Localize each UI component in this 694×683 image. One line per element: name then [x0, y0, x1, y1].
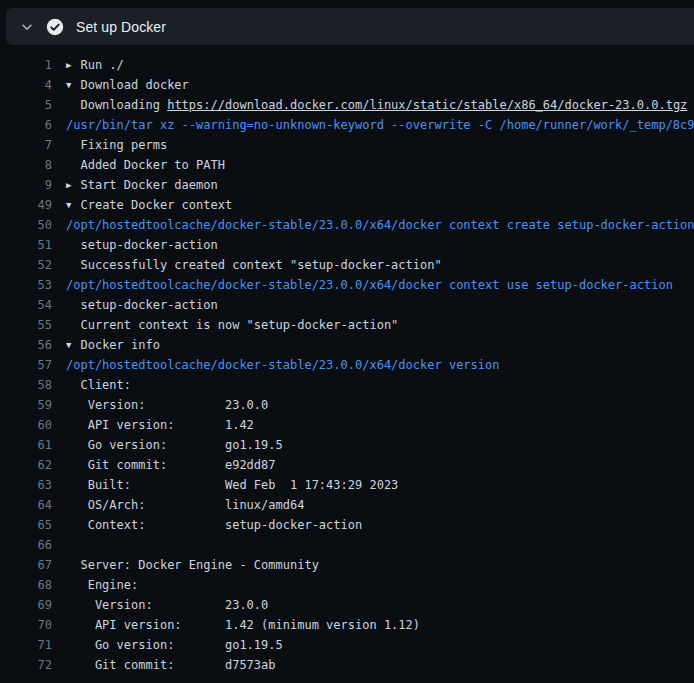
- line-number[interactable]: 67: [0, 555, 52, 575]
- line-text: Downloading: [66, 98, 167, 112]
- line-content: Git commit: d7573ab: [66, 655, 276, 675]
- log-line: 64 OS/Arch: linux/amd64: [0, 495, 694, 515]
- step-header[interactable]: Set up Docker: [6, 8, 694, 45]
- log-line: 52 Successfully created context "setup-d…: [0, 255, 694, 275]
- line-number[interactable]: 61: [0, 435, 52, 455]
- line-content: Version: 23.0.0: [66, 395, 268, 415]
- line-number[interactable]: 52: [0, 255, 52, 275]
- line-number[interactable]: 71: [0, 635, 52, 655]
- chevron-down-icon[interactable]: [18, 18, 36, 36]
- log-line: 57/opt/hostedtoolcache/docker-stable/23.…: [0, 355, 694, 375]
- line-number[interactable]: 65: [0, 515, 52, 535]
- line-content: ▼Create Docker context: [66, 195, 232, 215]
- group-title: Start Docker daemon: [80, 178, 217, 192]
- log-line: 59 Version: 23.0.0: [0, 395, 694, 415]
- line-content: /opt/hostedtoolcache/docker-stable/23.0.…: [66, 215, 694, 235]
- line-number[interactable]: 8: [0, 155, 52, 175]
- log-line: 68 Engine:: [0, 575, 694, 595]
- group-title: Run ./: [80, 58, 123, 72]
- line-content: Context: setup-docker-action: [66, 515, 362, 535]
- line-number[interactable]: 49: [0, 195, 52, 215]
- collapse-toggle-icon[interactable]: ▼: [66, 75, 80, 95]
- line-content: Current context is now "setup-docker-act…: [66, 315, 398, 335]
- line-number[interactable]: 5: [0, 95, 52, 115]
- line-content: Git commit: e92dd87: [66, 455, 276, 475]
- line-content: Client:: [66, 375, 131, 395]
- group-title: Create Docker context: [80, 198, 232, 212]
- log-link[interactable]: https://download.docker.com/linux/static…: [167, 98, 687, 112]
- line-content: OS/Arch: linux/amd64: [66, 495, 304, 515]
- success-check-icon: [46, 18, 64, 36]
- group-title: Download docker: [80, 78, 188, 92]
- log-line[interactable]: 56▼Docker info: [0, 335, 694, 355]
- log-line: 70 API version: 1.42 (minimum version 1.…: [0, 615, 694, 635]
- line-content: ▶Start Docker daemon: [66, 175, 218, 195]
- line-number[interactable]: 66: [0, 535, 52, 555]
- log-line: 60 API version: 1.42: [0, 415, 694, 435]
- line-content: /usr/bin/tar xz --warning=no-unknown-key…: [66, 115, 694, 135]
- log-line: 71 Go version: go1.19.5: [0, 635, 694, 655]
- line-content: setup-docker-action: [66, 295, 218, 315]
- step-title: Set up Docker: [76, 19, 166, 35]
- line-content: Version: 23.0.0: [66, 595, 268, 615]
- log-line: 8 Added Docker to PATH: [0, 155, 694, 175]
- line-content: API version: 1.42 (minimum version 1.12): [66, 615, 420, 635]
- log-lines: 1▶Run ./4▼Download docker5 Downloading h…: [0, 45, 694, 675]
- log-line: 7 Fixing perms: [0, 135, 694, 155]
- log-line: 50/opt/hostedtoolcache/docker-stable/23.…: [0, 215, 694, 235]
- line-content: Built: Wed Feb 1 17:43:29 2023: [66, 475, 398, 495]
- log-line: 55 Current context is now "setup-docker-…: [0, 315, 694, 335]
- line-number[interactable]: 63: [0, 475, 52, 495]
- log-line[interactable]: 1▶Run ./: [0, 55, 694, 75]
- log-line: 54 setup-docker-action: [0, 295, 694, 315]
- line-number[interactable]: 68: [0, 575, 52, 595]
- line-content: Go version: go1.19.5: [66, 435, 283, 455]
- log-line[interactable]: 49▼Create Docker context: [0, 195, 694, 215]
- line-content: Engine:: [66, 575, 138, 595]
- line-content: API version: 1.42: [66, 415, 254, 435]
- line-number[interactable]: 7: [0, 135, 52, 155]
- line-number[interactable]: 53: [0, 275, 52, 295]
- line-number[interactable]: 57: [0, 355, 52, 375]
- collapse-toggle-icon[interactable]: ▼: [66, 195, 80, 215]
- line-number[interactable]: 59: [0, 395, 52, 415]
- line-content: ▶Run ./: [66, 55, 124, 75]
- line-number[interactable]: 55: [0, 315, 52, 335]
- line-number[interactable]: 9: [0, 175, 52, 195]
- line-number[interactable]: 56: [0, 335, 52, 355]
- log-line[interactable]: 4▼Download docker: [0, 75, 694, 95]
- log-line: 58 Client:: [0, 375, 694, 395]
- log-line[interactable]: 9▶Start Docker daemon: [0, 175, 694, 195]
- log-line: 6/usr/bin/tar xz --warning=no-unknown-ke…: [0, 115, 694, 135]
- line-number[interactable]: 6: [0, 115, 52, 135]
- line-number[interactable]: 64: [0, 495, 52, 515]
- line-content: Added Docker to PATH: [66, 155, 225, 175]
- line-number[interactable]: 70: [0, 615, 52, 635]
- line-content: Go version: go1.19.5: [66, 635, 283, 655]
- line-number[interactable]: 50: [0, 215, 52, 235]
- line-number[interactable]: 51: [0, 235, 52, 255]
- group-title: Docker info: [80, 338, 159, 352]
- line-content: /opt/hostedtoolcache/docker-stable/23.0.…: [66, 355, 499, 375]
- line-number[interactable]: 60: [0, 415, 52, 435]
- line-number[interactable]: 4: [0, 75, 52, 95]
- log-line: 62 Git commit: e92dd87: [0, 455, 694, 475]
- log-line: 65 Context: setup-docker-action: [0, 515, 694, 535]
- log-line: 66: [0, 535, 694, 555]
- log-line: 53/opt/hostedtoolcache/docker-stable/23.…: [0, 275, 694, 295]
- line-number[interactable]: 1: [0, 55, 52, 75]
- collapse-toggle-icon[interactable]: ▼: [66, 335, 80, 355]
- line-number[interactable]: 54: [0, 295, 52, 315]
- log-line: 61 Go version: go1.19.5: [0, 435, 694, 455]
- line-content: Fixing perms: [66, 135, 167, 155]
- expand-toggle-icon[interactable]: ▶: [66, 175, 80, 195]
- line-number[interactable]: 58: [0, 375, 52, 395]
- log-line: 69 Version: 23.0.0: [0, 595, 694, 615]
- expand-toggle-icon[interactable]: ▶: [66, 55, 80, 75]
- line-number[interactable]: 62: [0, 455, 52, 475]
- line-number[interactable]: 69: [0, 595, 52, 615]
- line-number[interactable]: 72: [0, 655, 52, 675]
- line-content: /opt/hostedtoolcache/docker-stable/23.0.…: [66, 275, 673, 295]
- log-line: 51 setup-docker-action: [0, 235, 694, 255]
- line-content: ▼Docker info: [66, 335, 160, 355]
